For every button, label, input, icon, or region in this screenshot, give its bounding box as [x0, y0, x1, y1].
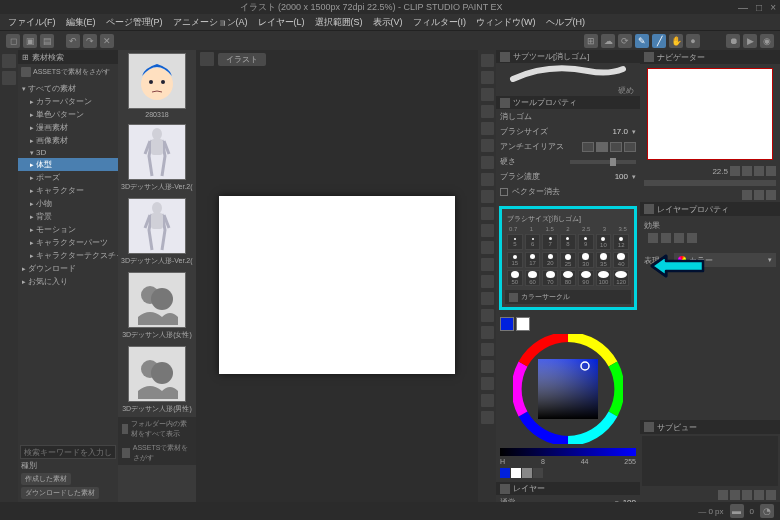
- material-thumb[interactable]: 3Dデッサン人形-Ver.2(女性): [118, 195, 196, 269]
- brushsize-cell[interactable]: 9: [578, 234, 594, 250]
- brushsize-cell[interactable]: 8: [560, 234, 576, 250]
- menu-window[interactable]: ウィンドウ(W): [472, 16, 540, 29]
- brushsize-cell[interactable]: 100: [596, 270, 612, 286]
- prop-antialias[interactable]: アンチエイリアス: [500, 139, 636, 154]
- prop-hardness[interactable]: 硬さ: [500, 154, 636, 169]
- assets-search[interactable]: ASSETSで素材をさがす: [118, 441, 196, 465]
- zoom-slider[interactable]: [644, 180, 776, 186]
- sv1-icon[interactable]: [718, 490, 728, 500]
- prop-vector[interactable]: ベクター消去: [500, 184, 636, 199]
- tool-icon-19[interactable]: [481, 377, 494, 390]
- brushsize-cell[interactable]: 20: [542, 252, 558, 268]
- tree-item[interactable]: カラーパターン: [18, 95, 118, 108]
- tree-item[interactable]: 画像素材: [18, 134, 118, 147]
- menu-help[interactable]: ヘルプ(H): [542, 16, 590, 29]
- brushsize-cell[interactable]: 30: [578, 252, 594, 268]
- canvas-tab[interactable]: イラスト: [218, 53, 266, 66]
- fx3-icon[interactable]: [674, 233, 684, 243]
- tool-icon-12[interactable]: [481, 258, 494, 271]
- brushsize-cell[interactable]: 17: [525, 252, 541, 268]
- open-icon[interactable]: ▣: [23, 34, 37, 48]
- brushsize-cell[interactable]: 35: [596, 252, 612, 268]
- tool-icon-8[interactable]: [481, 190, 494, 203]
- tree-item[interactable]: 単色パターン: [18, 108, 118, 121]
- material-thumb[interactable]: 3Dデッサン人形(男性): [118, 343, 196, 417]
- material-thumb[interactable]: 3Dデッサン人形-Ver.2(男性): [118, 121, 196, 195]
- tool-icon-9[interactable]: [481, 207, 494, 220]
- sv2-icon[interactable]: [730, 490, 740, 500]
- brushsize-cell[interactable]: 15: [507, 252, 523, 268]
- tool-icon-20[interactable]: [481, 394, 494, 407]
- color-slider[interactable]: [500, 448, 636, 456]
- zoom-in-icon[interactable]: [742, 166, 752, 176]
- tree-item[interactable]: 漫画素材: [18, 121, 118, 134]
- zoom-out-icon[interactable]: [730, 166, 740, 176]
- tool-icon-13[interactable]: [481, 275, 494, 288]
- menu-file[interactable]: ファイル(F): [4, 16, 60, 29]
- sv4-icon[interactable]: [754, 490, 764, 500]
- close-icon[interactable]: ×: [770, 2, 776, 13]
- prop-density[interactable]: ブラシ濃度100▾: [500, 169, 636, 184]
- play-icon[interactable]: ▶: [743, 34, 757, 48]
- brushsize-cell[interactable]: 12: [613, 234, 629, 250]
- redo-icon[interactable]: ↷: [83, 34, 97, 48]
- color-circle-tab[interactable]: カラーサークル: [505, 290, 631, 304]
- tree-item[interactable]: ダウンロード: [18, 262, 118, 275]
- tool-icon-4[interactable]: [481, 122, 494, 135]
- brushsize-cell[interactable]: 80: [560, 270, 576, 286]
- loop-icon[interactable]: ◉: [760, 34, 774, 48]
- clear-icon[interactable]: ✕: [100, 34, 114, 48]
- save-icon[interactable]: ▤: [40, 34, 54, 48]
- material-thumb[interactable]: 280318: [118, 50, 196, 121]
- brushsize-cell[interactable]: 40: [613, 252, 629, 268]
- rotate-icon[interactable]: [766, 166, 776, 176]
- brushsize-cell[interactable]: 90: [578, 270, 594, 286]
- tree-item[interactable]: 3D: [18, 147, 118, 158]
- brushsize-cell[interactable]: 5: [507, 234, 523, 250]
- cmdbar-icon[interactable]: [2, 71, 16, 85]
- brushsize-cell[interactable]: 6: [525, 234, 541, 250]
- tree-item[interactable]: キャラクター: [18, 184, 118, 197]
- menu-select[interactable]: 選択範囲(S): [311, 16, 367, 29]
- hand-icon[interactable]: ✋: [669, 34, 683, 48]
- tool-icon-11[interactable]: [481, 241, 494, 254]
- tree-item[interactable]: ポーズ: [18, 171, 118, 184]
- material-search[interactable]: ASSETSで素材をさがす: [18, 64, 118, 80]
- tree-item[interactable]: 背景: [18, 210, 118, 223]
- drop-icon[interactable]: ●: [686, 34, 700, 48]
- tool-icon-7[interactable]: [481, 173, 494, 186]
- brushsize-cell[interactable]: 25: [560, 252, 576, 268]
- brush-tool-icon[interactable]: ✎: [635, 34, 649, 48]
- canvas[interactable]: [219, 196, 455, 374]
- rec-icon[interactable]: ⏺: [726, 34, 740, 48]
- tool-icon-2[interactable]: [481, 88, 494, 101]
- color-wheel[interactable]: [513, 334, 623, 444]
- tree-item[interactable]: 体型: [18, 158, 118, 171]
- fx4-icon[interactable]: [687, 233, 697, 243]
- brushsize-cell[interactable]: 7: [542, 234, 558, 250]
- launcher-icon[interactable]: ⊞: [584, 34, 598, 48]
- brushsize-cell[interactable]: 10: [596, 234, 612, 250]
- tool-icon-0[interactable]: [481, 54, 494, 67]
- brushsize-cell[interactable]: 60: [525, 270, 541, 286]
- canvas-viewport[interactable]: [196, 68, 478, 502]
- rot-r-icon[interactable]: [754, 190, 764, 200]
- tool-icon-1[interactable]: [481, 71, 494, 84]
- brushsize-cell[interactable]: 50: [507, 270, 523, 286]
- new-icon[interactable]: ◻: [6, 34, 20, 48]
- expression-select[interactable]: カラー ▾: [674, 253, 776, 267]
- menu-view[interactable]: 表示(V): [369, 16, 407, 29]
- kw-tab-downloaded[interactable]: ダウンロードした素材: [21, 487, 99, 499]
- qaccess-icon[interactable]: [2, 54, 16, 68]
- bg-swatch[interactable]: [516, 317, 530, 331]
- nav-preview[interactable]: [647, 68, 773, 160]
- tool-icon-3[interactable]: [481, 105, 494, 118]
- tree-item[interactable]: すべての素材: [18, 82, 118, 95]
- brushsize-cell[interactable]: 120: [613, 270, 629, 286]
- tool-icon-5[interactable]: [481, 139, 494, 152]
- folder-all[interactable]: フォルダー内の素材をすべて表示: [118, 417, 196, 441]
- menu-edit[interactable]: 編集(E): [62, 16, 100, 29]
- rot-l-icon[interactable]: [742, 190, 752, 200]
- tool-icon-16[interactable]: [481, 326, 494, 339]
- brush2-icon[interactable]: ╱: [652, 34, 666, 48]
